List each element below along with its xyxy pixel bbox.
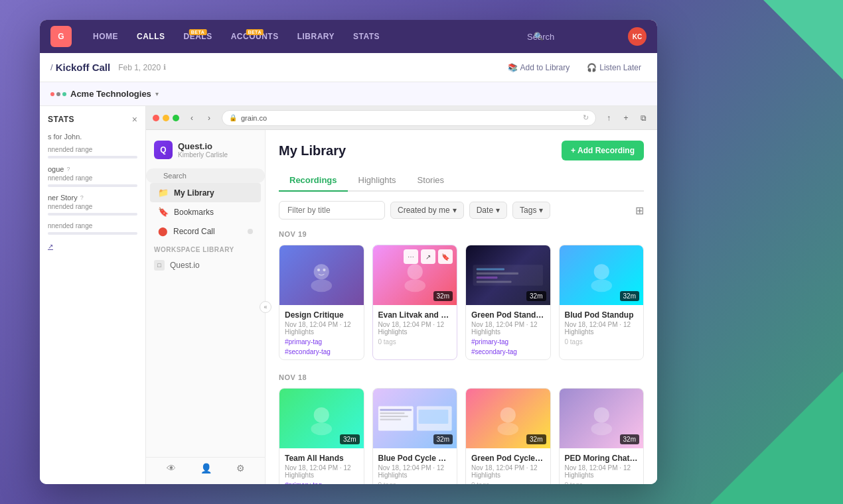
tag-primary-1[interactable]: #primary-tag xyxy=(285,338,322,346)
tag-primary-3[interactable]: #primary-tag xyxy=(471,338,508,346)
svg-rect-17 xyxy=(380,412,404,414)
recording-thumb-3: 32m xyxy=(466,245,550,305)
add-user-icon[interactable]: 👤 xyxy=(200,463,212,473)
svg-point-24 xyxy=(593,407,609,422)
recording-info-2: Evan Litvak and Sam Broady Nov 18, 12:04… xyxy=(373,305,457,349)
stats-close-btn[interactable]: × xyxy=(132,114,137,125)
tags-empty-6: 0 tags xyxy=(378,481,396,484)
listen-later-btn[interactable]: 🎧 Listen Later xyxy=(581,60,647,75)
win-ctrl-maximize[interactable] xyxy=(173,115,179,121)
recording-card-blud-pod-standup[interactable]: 32m Blud Pod Standup Nov 18, 12:04 PM · … xyxy=(559,245,645,360)
recording-card-team-all-hands[interactable]: 32m Team All Hands Nov 18, 12:04 PM · 12… xyxy=(279,388,364,484)
nav-item-stats[interactable]: STATS xyxy=(345,28,388,45)
main-content: STATS × s for John. nnended range ogue ?… xyxy=(40,106,657,484)
recording-meta-5: Nov 18, 12:04 PM · 12 Highlights xyxy=(285,464,358,479)
recording-meta-4: Nov 18, 12:04 PM · 12 Highlights xyxy=(565,321,639,336)
recording-thumb-2: 32m ⋯ ↗ 🔖 xyxy=(373,245,457,305)
recording-info-7: Green Pod Cycle Planning Nov 18, 12:04 P… xyxy=(466,448,550,484)
grain-sidebar: « Q Quest.io Kimberly Carlisle 🔍 📁 xyxy=(146,130,266,484)
recording-card-design-critique[interactable]: Design Critique Nov 18, 12:04 PM · 12 Hi… xyxy=(279,245,364,360)
thumb-bookmark-btn-2[interactable]: 🔖 xyxy=(438,249,453,264)
browser-tabs-btn[interactable]: ⧉ xyxy=(636,111,651,125)
recording-card-green-pod-standup[interactable]: 32m Green Pod Standup Nov 18, 12:04 PM ·… xyxy=(465,245,551,360)
filter-date-btn[interactable]: Date ▾ xyxy=(469,202,507,219)
company-name: Acme Technologies xyxy=(70,89,151,99)
win-ctrl-close[interactable] xyxy=(153,115,159,121)
svg-point-5 xyxy=(404,279,425,292)
tags-empty-8: 0 tags xyxy=(565,481,583,484)
recording-info-4: Blud Pod Standup Nov 18, 12:04 PM · 12 H… xyxy=(560,305,644,349)
filter-date-chevron: ▾ xyxy=(496,206,500,215)
recording-name-7: Green Pod Cycle Planning xyxy=(471,454,545,463)
workspace-item-quest[interactable]: □ Quest.io xyxy=(146,256,265,275)
tag-secondary-1[interactable]: #secondary-tag xyxy=(285,348,331,355)
recording-name-8: PED Moring Chat (Optional) xyxy=(565,454,639,463)
sidebar-item-my-library[interactable]: 📁 My Library xyxy=(150,183,261,202)
browser-add-btn[interactable]: + xyxy=(619,111,633,125)
nav-item-deals[interactable]: BETA DEALS xyxy=(176,28,220,45)
recording-card-evan-litvak[interactable]: 32m ⋯ ↗ 🔖 Evan Litvak and Sam Broady Nov… xyxy=(372,245,458,360)
nav-avatar[interactable]: KC xyxy=(628,27,647,46)
recording-thumb-6: 32m xyxy=(373,389,457,448)
tag-primary-5[interactable]: #primary-tag xyxy=(285,481,322,484)
library-folder-icon: 📁 xyxy=(158,188,169,198)
recording-tags-2: 0 tags xyxy=(378,338,452,346)
nav-item-calls[interactable]: CALLS xyxy=(129,28,173,45)
recording-tags-4: 0 tags xyxy=(565,338,639,346)
svg-rect-8 xyxy=(477,273,518,275)
tags-empty-4: 0 tags xyxy=(565,338,583,346)
refresh-icon[interactable]: ↻ xyxy=(583,113,589,122)
stats-external-link[interactable]: ↗ xyxy=(48,243,53,250)
breadcrumb-date: Feb 1, 2020 xyxy=(118,63,161,72)
sidebar-bookmarks-label: Bookmarks xyxy=(174,208,214,217)
company-indicator[interactable]: Acme Technologies ▾ xyxy=(50,89,159,99)
stats-bar-2 xyxy=(48,184,137,187)
nav-item-home[interactable]: HOME xyxy=(85,28,126,45)
eye-icon[interactable]: 👁 xyxy=(167,463,176,473)
svg-point-1 xyxy=(311,279,332,292)
stats-range-4: nnended range xyxy=(48,222,137,229)
browser-share-btn[interactable]: ↑ xyxy=(601,111,616,125)
win-ctrl-minimize[interactable] xyxy=(163,115,169,121)
svg-point-13 xyxy=(314,407,329,422)
tab-recordings[interactable]: Recordings xyxy=(279,170,348,192)
recording-meta-3: Nov 18, 12:04 PM · 12 Highlights xyxy=(471,321,545,336)
add-recording-btn[interactable]: + Add Recording xyxy=(562,141,644,160)
sidebar-item-record-call[interactable]: ⬤ Record Call xyxy=(150,221,261,241)
svg-point-23 xyxy=(497,422,518,435)
grain-logo-area: Q Quest.io Kimberly Carlisle xyxy=(146,135,265,168)
tag-secondary-3[interactable]: #secondary-tag xyxy=(471,348,517,355)
grain-search-input[interactable] xyxy=(146,168,265,183)
thumb-duration-6: 32m xyxy=(433,434,453,444)
recording-card-blue-pod-cycle[interactable]: 32m Blue Pod Cycle Planning Nov 18, 12:0… xyxy=(372,388,458,484)
recording-card-ped-chat[interactable]: 32m PED Moring Chat (Optional) Nov 18, 1… xyxy=(559,388,645,484)
browser-back-btn[interactable]: ‹ xyxy=(185,111,199,125)
lock-icon: 🔒 xyxy=(229,114,237,121)
filter-tags-btn[interactable]: Tags ▾ xyxy=(512,202,550,219)
thumb-share-btn-2[interactable]: ↗ xyxy=(421,249,435,264)
recording-card-green-pod-cycle[interactable]: 32m Green Pod Cycle Planning Nov 18, 12:… xyxy=(465,388,551,484)
browser-forward-btn[interactable]: › xyxy=(202,111,216,125)
grain-user-name: Kimberly Carlisle xyxy=(178,151,228,158)
tab-highlights[interactable]: Highlights xyxy=(348,170,407,192)
company-dot-red xyxy=(50,92,54,96)
thumb-more-btn-2[interactable]: ⋯ xyxy=(404,249,418,264)
recording-name-4: Blud Pod Standup xyxy=(565,310,639,320)
filter-created-by-btn[interactable]: Created by me ▾ xyxy=(390,202,464,219)
workspace-item-label: Quest.io xyxy=(170,261,200,270)
nav-item-library[interactable]: LIBRARY xyxy=(289,28,343,45)
filter-search-input[interactable] xyxy=(279,201,385,220)
add-to-library-btn[interactable]: 📚 Add to Library xyxy=(502,60,575,75)
address-bar[interactable]: 🔒 grain.co ↻ xyxy=(222,110,596,126)
settings-icon[interactable]: ⚙ xyxy=(236,463,245,473)
svg-rect-7 xyxy=(477,268,504,270)
browser-area: ‹ › 🔒 grain.co ↻ ↑ + ⧉ xyxy=(146,106,657,484)
sidebar-collapse-btn[interactable]: « xyxy=(260,301,271,313)
nav-item-accounts[interactable]: BETA ACCOUNTS xyxy=(223,28,287,45)
svg-point-14 xyxy=(311,422,332,435)
tab-stories[interactable]: Stories xyxy=(407,170,455,192)
svg-rect-18 xyxy=(380,416,408,417)
grid-view-toggle[interactable]: ⊞ xyxy=(635,204,644,217)
sidebar-item-bookmarks[interactable]: 🔖 Bookmarks xyxy=(150,202,261,221)
grain-sidebar-footer: 👁 👤 ⚙ xyxy=(146,457,265,479)
